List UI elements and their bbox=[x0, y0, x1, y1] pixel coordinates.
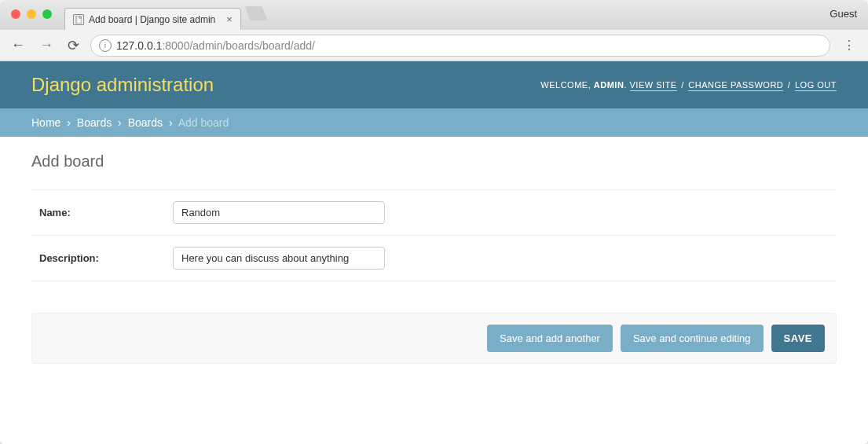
breadcrumb-model[interactable]: Boards bbox=[128, 116, 163, 129]
chevron-right-icon: › bbox=[169, 116, 173, 129]
profile-label[interactable]: Guest bbox=[830, 8, 857, 20]
admin-header: Django administration WELCOME, ADMIN. VI… bbox=[0, 61, 868, 108]
view-site-link[interactable]: VIEW SITE bbox=[630, 80, 677, 91]
tab-close-icon[interactable]: × bbox=[226, 13, 233, 25]
browser-menu-button[interactable]: ⋮ bbox=[838, 38, 860, 53]
form-row-description: Description: bbox=[31, 236, 837, 281]
separator: / bbox=[788, 80, 791, 90]
breadcrumb-home[interactable]: Home bbox=[31, 116, 60, 129]
window-minimize-button[interactable] bbox=[27, 9, 36, 19]
forward-button[interactable]: → bbox=[36, 35, 57, 55]
chevron-right-icon: › bbox=[67, 116, 71, 129]
name-input[interactable] bbox=[173, 201, 385, 224]
save-button[interactable]: SAVE bbox=[771, 325, 825, 352]
window-maximize-button[interactable] bbox=[42, 9, 52, 19]
username: ADMIN bbox=[594, 80, 624, 90]
browser-titlebar: Add board | Django site admin × Guest bbox=[0, 0, 868, 30]
change-password-link[interactable]: CHANGE PASSWORD bbox=[688, 80, 783, 91]
reload-button[interactable]: ⟳ bbox=[64, 35, 82, 56]
welcome-text: WELCOME, bbox=[540, 80, 591, 90]
breadcrumb-app[interactable]: Boards bbox=[77, 116, 112, 129]
tabs-area: Add board | Django site admin × bbox=[64, 0, 265, 30]
dot: . bbox=[624, 80, 627, 90]
traffic-lights bbox=[0, 0, 61, 19]
chevron-right-icon: › bbox=[118, 116, 122, 129]
page-favicon-icon bbox=[73, 14, 84, 25]
description-label: Description: bbox=[39, 252, 173, 264]
save-continue-button[interactable]: Save and continue editing bbox=[621, 325, 764, 352]
browser-tab[interactable]: Add board | Django site admin × bbox=[64, 8, 241, 30]
main-content: Add board Name: Description: Save and ad… bbox=[0, 137, 868, 380]
back-button[interactable]: ← bbox=[8, 35, 28, 55]
browser-toolbar: ← → ⟳ i 127.0.0.1:8000/admin/boards/boar… bbox=[0, 30, 868, 61]
site-info-icon[interactable]: i bbox=[99, 39, 112, 52]
submit-row: Save and add another Save and continue e… bbox=[31, 313, 837, 364]
tab-title: Add board | Django site admin bbox=[89, 14, 215, 25]
save-add-another-button[interactable]: Save and add another bbox=[487, 325, 613, 352]
url-path: :8000/admin/boards/board/add/ bbox=[162, 39, 315, 52]
form-row-name: Name: bbox=[31, 189, 837, 236]
url-host: 127.0.0.1 bbox=[116, 39, 162, 52]
description-input[interactable] bbox=[173, 247, 385, 270]
page-content: Django administration WELCOME, ADMIN. VI… bbox=[0, 61, 868, 444]
page-title: Add board bbox=[31, 152, 837, 171]
site-branding[interactable]: Django administration bbox=[31, 74, 214, 96]
breadcrumb-current: Add board bbox=[178, 116, 229, 129]
separator: / bbox=[681, 80, 684, 90]
name-label: Name: bbox=[39, 207, 173, 218]
url-bar[interactable]: i 127.0.0.1:8000/admin/boards/board/add/ bbox=[90, 35, 830, 57]
breadcrumb: Home › Boards › Boards › Add board bbox=[0, 108, 868, 137]
logout-link[interactable]: LOG OUT bbox=[795, 80, 837, 91]
user-links: WELCOME, ADMIN. VIEW SITE / CHANGE PASSW… bbox=[540, 80, 837, 90]
new-tab-button[interactable] bbox=[245, 6, 268, 20]
browser-window: Add board | Django site admin × Guest ← … bbox=[0, 0, 868, 444]
window-close-button[interactable] bbox=[11, 9, 20, 19]
